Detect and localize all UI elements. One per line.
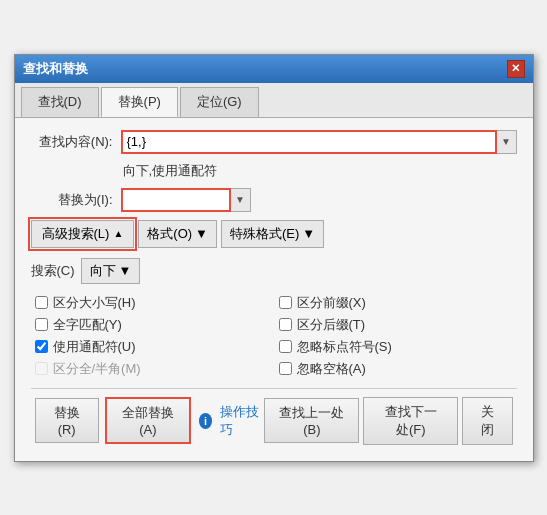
tab-bar: 查找(D) 替换(P) 定位(G): [15, 83, 533, 118]
help-icon: i: [199, 413, 213, 429]
replace-row: 替换为(I): ▼: [31, 188, 517, 212]
search-direction-row: 搜索(C) 向下 ▼: [31, 258, 517, 284]
checkbox-wildcard-label: 使用通配符(U): [53, 338, 136, 356]
toolbar-row: 高级搜索(L) ▲ 格式(O) ▼ 特殊格式(E) ▼: [31, 220, 517, 248]
checkbox-case-sensitive-input[interactable]: [35, 296, 48, 309]
checkbox-wildcard-input[interactable]: [35, 340, 48, 353]
checkbox-prefix: 区分前缀(X): [279, 294, 513, 312]
checkbox-wildcard: 使用通配符(U): [35, 338, 269, 356]
replace-input-wrap: ▼: [121, 188, 517, 212]
format-btn[interactable]: 格式(O) ▼: [138, 220, 217, 248]
tab-replace[interactable]: 替换(P): [101, 87, 178, 117]
checkbox-ignore-punct-input[interactable]: [279, 340, 292, 353]
checkbox-suffix: 区分后缀(T): [279, 316, 513, 334]
checkbox-whole-word-label: 全字匹配(Y): [53, 316, 122, 334]
bottom-row: 替换(R) 全部替换(A) i 操作技巧 查找上一处(B) 查找下一处(F) 关…: [31, 388, 517, 449]
checkbox-case-sensitive: 区分大小写(H): [35, 294, 269, 312]
title-bar-buttons: ✕: [507, 60, 525, 78]
bottom-left: 替换(R) 全部替换(A): [35, 397, 191, 444]
checkbox-ignore-space-label: 忽略空格(A): [297, 360, 366, 378]
replace-label: 替换为(I):: [31, 191, 121, 209]
checkbox-fullhalf-input[interactable]: [35, 362, 48, 375]
checkbox-whole-word-input[interactable]: [35, 318, 48, 331]
checkbox-prefix-label: 区分前缀(X): [297, 294, 366, 312]
checkboxes-area: 区分大小写(H) 区分前缀(X) 全字匹配(Y) 区分后缀(T) 使用通配符(U…: [31, 294, 517, 378]
help-link-text: 操作技巧: [220, 403, 264, 439]
checkbox-ignore-punct: 忽略标点符号(S): [279, 338, 513, 356]
find-input-wrap: ▼: [121, 130, 517, 154]
bottom-right: 查找上一处(B) 查找下一处(F) 关闭: [264, 397, 512, 445]
find-label: 查找内容(N):: [31, 133, 121, 151]
replace-btn[interactable]: 替换(R): [35, 398, 99, 443]
checkbox-suffix-input[interactable]: [279, 318, 292, 331]
find-dropdown-arrow[interactable]: ▼: [497, 130, 517, 154]
find-prev-btn[interactable]: 查找上一处(B): [264, 398, 359, 443]
advanced-search-btn[interactable]: 高级搜索(L) ▲: [31, 220, 135, 248]
dialog-title: 查找和替换: [23, 60, 88, 78]
search-label: 搜索(C): [31, 262, 75, 280]
checkbox-suffix-label: 区分后缀(T): [297, 316, 366, 334]
replace-input[interactable]: [121, 188, 231, 212]
find-replace-dialog: 查找和替换 ✕ 查找(D) 替换(P) 定位(G) 查找内容(N): ▼ 向下,…: [14, 54, 534, 462]
title-bar: 查找和替换 ✕: [15, 55, 533, 83]
replace-all-btn[interactable]: 全部替换(A): [105, 397, 191, 444]
options-text: 向下,使用通配符: [123, 162, 218, 180]
checkbox-prefix-input[interactable]: [279, 296, 292, 309]
options-row: 向下,使用通配符: [31, 162, 517, 180]
find-next-btn[interactable]: 查找下一处(F): [363, 397, 458, 445]
find-row: 查找内容(N): ▼: [31, 130, 517, 154]
advanced-arrow-icon: ▲: [113, 228, 123, 239]
checkbox-fullhalf-label: 区分全/半角(M): [53, 360, 141, 378]
special-dropdown-icon: ▼: [302, 226, 315, 241]
close-btn[interactable]: 关闭: [462, 397, 513, 445]
help-area[interactable]: i 操作技巧: [199, 403, 265, 439]
checkbox-ignore-space-input[interactable]: [279, 362, 292, 375]
search-dir-icon: ▼: [119, 263, 132, 278]
checkbox-whole-word: 全字匹配(Y): [35, 316, 269, 334]
tab-goto[interactable]: 定位(G): [180, 87, 259, 117]
checkbox-ignore-space: 忽略空格(A): [279, 360, 513, 378]
search-direction-btn[interactable]: 向下 ▼: [81, 258, 141, 284]
tab-find[interactable]: 查找(D): [21, 87, 99, 117]
checkbox-ignore-punct-label: 忽略标点符号(S): [297, 338, 392, 356]
find-input[interactable]: [121, 130, 497, 154]
checkbox-fullhalf: 区分全/半角(M): [35, 360, 269, 378]
close-window-btn[interactable]: ✕: [507, 60, 525, 78]
special-format-btn[interactable]: 特殊格式(E) ▼: [221, 220, 324, 248]
format-dropdown-icon: ▼: [195, 226, 208, 241]
checkbox-case-sensitive-label: 区分大小写(H): [53, 294, 136, 312]
replace-dropdown-arrow[interactable]: ▼: [231, 188, 251, 212]
dialog-content: 查找内容(N): ▼ 向下,使用通配符 替换为(I): ▼ 高级搜索(L) ▲: [15, 118, 533, 461]
